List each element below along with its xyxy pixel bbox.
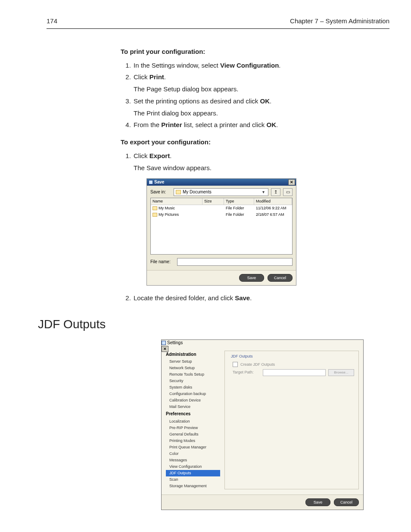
- nav-item-remote-tools-setup[interactable]: Remote Tools Setup: [166, 371, 220, 378]
- settings-nav: Administration Server Setup Network Setu…: [166, 351, 220, 490]
- save-button[interactable]: Save: [239, 274, 264, 282]
- app-icon: [162, 341, 166, 345]
- up-arrow-icon: ↥: [274, 189, 277, 196]
- nav-item-server-setup[interactable]: Server Setup: [166, 358, 220, 365]
- cancel-button[interactable]: Cancel: [334, 498, 359, 506]
- browse-button[interactable]: Browse...: [328, 369, 354, 376]
- nav-item-color[interactable]: Color: [166, 451, 220, 457]
- chapter-title: Chapter 7 – System Administration: [290, 16, 389, 26]
- settings-dialog-titlebar: Settings ✕: [162, 340, 363, 346]
- step-item: From the Printer list, select a printer …: [133, 120, 389, 130]
- nav-group-admin: Administration: [166, 352, 220, 358]
- close-icon[interactable]: ✕: [288, 179, 295, 185]
- page-number: 174: [47, 16, 57, 26]
- step-item: In the Settings window, select View Conf…: [133, 61, 389, 70]
- app-icon: [149, 180, 153, 184]
- step-followup: The Save window appears.: [134, 163, 389, 173]
- new-folder-icon: ▭: [286, 189, 290, 196]
- file-name-label: File name:: [150, 259, 174, 265]
- step-item: Click Export. The Save window appears. S…: [133, 151, 389, 286]
- nav-item-printing-modes[interactable]: Printing Modes: [166, 438, 220, 444]
- save-dialog-title: Save: [154, 179, 164, 186]
- nav-item-messages[interactable]: Messages: [166, 457, 220, 464]
- print-config-heading: To print your configuration:: [121, 47, 389, 56]
- step-item: Set the printing options as desired and …: [133, 96, 389, 118]
- col-name[interactable]: Name: [151, 198, 202, 205]
- nav-item-mail-service[interactable]: Mail Service: [166, 404, 220, 410]
- nav-item-calibration-device[interactable]: Calibration Device: [166, 397, 220, 404]
- col-size[interactable]: Size: [202, 198, 224, 205]
- step-followup: The Page Setup dialog box appears.: [134, 84, 389, 94]
- nav-item-jdf-outputs[interactable]: JDF Outputs: [166, 470, 220, 476]
- step-item: Click Print. The Page Setup dialog box a…: [133, 72, 389, 94]
- save-in-combo[interactable]: My Documents ▾: [174, 188, 268, 196]
- save-in-value: My Documents: [183, 189, 258, 196]
- up-folder-button[interactable]: ↥: [271, 188, 280, 196]
- nav-item-configuration-backup[interactable]: Configuration backup: [166, 391, 220, 397]
- cancel-button[interactable]: Cancel: [268, 274, 293, 282]
- page-header: 174 Chapter 7 – System Administration: [47, 16, 389, 29]
- folder-icon: [153, 213, 157, 217]
- nav-group-preferences: Preferences: [166, 411, 220, 417]
- nav-item-localization[interactable]: Localization: [166, 418, 220, 425]
- nav-item-scan[interactable]: Scan: [166, 476, 220, 483]
- nav-item-network-setup[interactable]: Network Setup: [166, 365, 220, 371]
- col-type[interactable]: Type: [224, 198, 254, 205]
- nav-item-system-disks[interactable]: System disks: [166, 384, 220, 391]
- file-list[interactable]: Name Size Type Modified My Music File Fo…: [150, 198, 293, 255]
- chevron-down-icon[interactable]: ▾: [260, 189, 266, 196]
- export-config-heading: To export your configuration:: [121, 137, 389, 147]
- table-row[interactable]: My Pictures File Folder 2/18/07 6:57 AM: [151, 212, 292, 218]
- nav-item-security[interactable]: Security: [166, 378, 220, 384]
- save-button[interactable]: Save: [305, 498, 330, 506]
- create-jdf-checkbox[interactable]: [233, 362, 238, 367]
- target-path-label: Target Path:: [233, 370, 260, 375]
- nav-item-storage-management[interactable]: Storage Management: [166, 483, 220, 489]
- folder-icon: [153, 206, 157, 210]
- print-config-steps: In the Settings window, select View Conf…: [121, 61, 389, 130]
- save-in-label: Save in:: [150, 189, 171, 196]
- col-modified[interactable]: Modified: [254, 198, 292, 205]
- step-item: Locate the desired folder, and click Sav…: [133, 293, 389, 303]
- save-dialog: Save ✕ Save in: My Documents ▾ ↥: [146, 178, 296, 286]
- settings-dialog-title: Settings: [167, 340, 183, 346]
- nav-item-pre-rip-preview[interactable]: Pre-RIP Preview: [166, 425, 220, 431]
- file-name-input[interactable]: [177, 258, 293, 266]
- new-folder-button[interactable]: ▭: [283, 188, 293, 196]
- section-heading-jdf: JDF Outputs: [38, 316, 368, 333]
- save-dialog-titlebar: Save ✕: [147, 179, 296, 186]
- nav-item-general-defaults[interactable]: General Defaults: [166, 431, 220, 438]
- nav-item-print-queue-manager[interactable]: Print Queue Manager: [166, 444, 220, 451]
- step-followup: The Print dialog box appears.: [134, 109, 389, 118]
- settings-dialog: Settings ✕ Administration Server Setup N…: [161, 339, 364, 510]
- settings-panel: JDF Outputs Create JDF Outputs Target Pa…: [224, 351, 359, 490]
- target-path-input[interactable]: [263, 369, 326, 376]
- panel-group-label: JDF Outputs: [229, 354, 255, 359]
- folder-icon: [176, 190, 181, 194]
- export-config-steps: Click Export. The Save window appears. S…: [121, 151, 389, 303]
- create-jdf-label: Create JDF Outputs: [240, 362, 275, 367]
- nav-item-view-configuration[interactable]: View Configuration: [166, 464, 220, 470]
- file-list-header: Name Size Type Modified: [151, 198, 292, 205]
- table-row[interactable]: My Music File Folder 11/12/06 9:22 AM: [151, 205, 292, 212]
